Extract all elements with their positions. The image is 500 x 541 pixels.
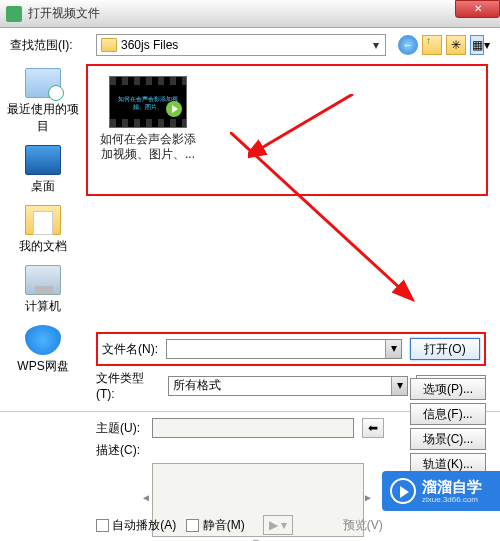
- open-button[interactable]: 打开(O): [410, 338, 480, 360]
- subject-label: 主题(U):: [96, 420, 144, 437]
- view-menu-button[interactable]: ▦▾: [470, 35, 490, 55]
- autoplay-checkbox[interactable]: 自动播放(A): [96, 517, 176, 534]
- file-name-line2: 加视频、图片、...: [98, 147, 198, 162]
- chevron-down-icon[interactable]: ▾: [385, 340, 401, 358]
- info-button[interactable]: 信息(F)...: [410, 403, 486, 425]
- scroll-left-icon: ◄: [141, 492, 153, 503]
- place-computer[interactable]: 计算机: [3, 265, 83, 315]
- back-button[interactable]: ←: [398, 35, 418, 55]
- play-overlay-icon: [166, 101, 182, 117]
- up-one-level-button[interactable]: [422, 35, 442, 55]
- scroll-down-icon: ▼: [251, 537, 263, 541]
- new-folder-button[interactable]: ✳: [446, 35, 466, 55]
- preview-label: 预览(V): [343, 517, 383, 534]
- file-list-highlight: 如何在会声会影添加视频、图片、 如何在会声会影添 加视频、图片、...: [86, 64, 488, 196]
- chevron-down-icon[interactable]: ▾: [367, 38, 385, 52]
- place-wps[interactable]: WPS网盘: [3, 325, 83, 375]
- scroll-right-icon: ►: [363, 492, 375, 503]
- app-icon: [6, 6, 22, 22]
- look-in-label: 查找范围(I):: [10, 37, 90, 54]
- place-documents[interactable]: 我的文档: [3, 205, 83, 255]
- filetype-combo[interactable]: 所有格式▾: [168, 376, 408, 396]
- subject-input: [152, 418, 354, 438]
- place-recent[interactable]: 最近使用的项目: [3, 68, 83, 135]
- description-label: 描述(C):: [96, 442, 144, 459]
- look-in-value: 360js Files: [121, 38, 178, 52]
- look-in-combo[interactable]: 360js Files ▾: [96, 34, 386, 56]
- scene-button[interactable]: 场景(C)...: [410, 428, 486, 450]
- folder-icon: [101, 38, 117, 52]
- file-item[interactable]: 如何在会声会影添加视频、图片、 如何在会声会影添 加视频、图片、...: [98, 76, 198, 162]
- options-button[interactable]: 选项(P)...: [410, 378, 486, 400]
- play-control: ▶ ▾: [263, 515, 293, 535]
- chevron-down-icon[interactable]: ▾: [391, 377, 407, 395]
- places-bar: 最近使用的项目 桌面 我的文档 计算机 WPS网盘: [0, 62, 86, 328]
- watermark-play-icon: [390, 478, 416, 504]
- file-name-line1: 如何在会声会影添: [98, 132, 198, 147]
- place-desktop[interactable]: 桌面: [3, 145, 83, 195]
- close-button[interactable]: ✕: [455, 0, 500, 18]
- subject-back-button[interactable]: ⬅: [362, 418, 384, 438]
- mute-checkbox[interactable]: 静音(M): [186, 517, 244, 534]
- watermark: 溜溜自学 zixue.3d66.com: [382, 471, 500, 511]
- open-row-highlight: 文件名(N): ▾ 打开(O): [96, 332, 486, 366]
- window-title: 打开视频文件: [28, 5, 100, 22]
- filename-input[interactable]: ▾: [166, 339, 402, 359]
- filetype-label: 文件类型(T):: [96, 370, 160, 401]
- video-thumbnail: 如何在会声会影添加视频、图片、: [109, 76, 187, 128]
- filename-label: 文件名(N):: [102, 341, 158, 358]
